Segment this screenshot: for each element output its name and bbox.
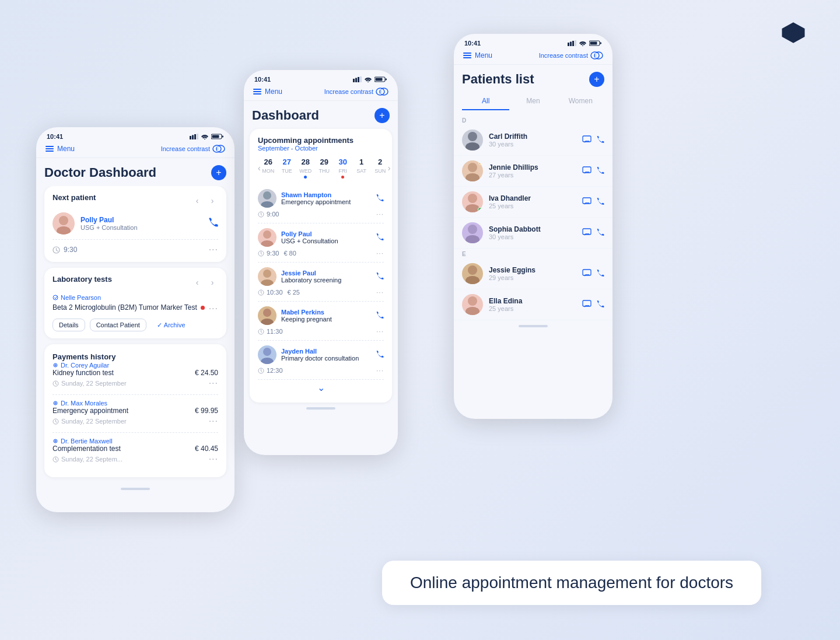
svg-rect-0 xyxy=(190,136,191,139)
svg-rect-23 xyxy=(376,78,383,81)
cal-day-3[interactable]: 29 THU xyxy=(317,158,332,179)
payment-link-2[interactable]: Dr. Bertie Maxwell xyxy=(52,438,218,445)
appt-avatar-0 xyxy=(258,189,276,208)
cal-day-1[interactable]: 27 TUE xyxy=(279,158,295,179)
phone-icon-ella[interactable] xyxy=(596,300,604,310)
add-btn-left[interactable]: + xyxy=(211,165,226,180)
archive-button[interactable]: ✓ Archive xyxy=(151,319,191,331)
cal-next[interactable]: › xyxy=(388,163,391,173)
svg-point-52 xyxy=(468,132,477,141)
patient-actions-sophia xyxy=(582,228,604,238)
appt-phone-1[interactable] xyxy=(376,233,384,243)
upcoming-title: Upcomming appointments xyxy=(258,136,384,145)
cal-day-0[interactable]: 26 MON xyxy=(261,158,276,179)
phone-icon-iva[interactable] xyxy=(596,197,604,207)
appt-more-2[interactable]: ··· xyxy=(376,288,384,296)
dot-red-indicator xyxy=(201,306,205,310)
chat-icon-jessie-e[interactable] xyxy=(582,269,592,279)
chat-icon-carl[interactable] xyxy=(582,135,592,145)
pay-more-2[interactable]: ··· xyxy=(209,454,218,464)
add-btn-right[interactable]: + xyxy=(589,72,604,87)
phone-icon-next[interactable] xyxy=(208,217,218,230)
appt-phone-0[interactable] xyxy=(376,194,384,204)
patient-info-ella: Ella Edina 25 years xyxy=(489,297,576,312)
patient-actions-iva xyxy=(582,197,604,207)
cal-day-4[interactable]: 30 FRI xyxy=(335,158,351,179)
appt-phone-3[interactable] xyxy=(376,311,384,321)
phone-icon-carl[interactable] xyxy=(596,135,604,145)
appt-more-4[interactable]: ··· xyxy=(376,366,384,375)
chat-icon-sophia[interactable] xyxy=(582,228,592,238)
appt-more-1[interactable]: ··· xyxy=(376,249,384,257)
section-letter-e: E xyxy=(454,249,612,258)
next-arrow[interactable]: › xyxy=(206,195,218,207)
cal-day-5[interactable]: 1 SAT xyxy=(354,158,369,179)
prev-arrow[interactable]: ‹ xyxy=(191,195,203,207)
title-row-left: Doctor Dashboard + xyxy=(36,158,235,186)
nav-menu-right[interactable]: Menu xyxy=(463,51,492,60)
patient-actions-carl xyxy=(582,135,604,145)
appointment-4: Jayden Hall Primary doctor consultation … xyxy=(258,341,384,380)
appt-more-0[interactable]: ··· xyxy=(376,210,384,218)
svg-rect-43 xyxy=(570,42,572,47)
appt-header-1: Polly Paul USG + Consultation xyxy=(258,228,384,247)
tab-women[interactable]: Women xyxy=(557,93,604,110)
next-patient-more[interactable]: ··· xyxy=(209,244,218,255)
time-left: 10:41 xyxy=(47,133,63,140)
lab-prev-arrow[interactable]: ‹ xyxy=(191,277,203,288)
lab-doctor-link[interactable]: Nelle Pearson xyxy=(52,294,218,301)
appt-time-1: 9:30 xyxy=(258,250,279,257)
tab-men[interactable]: Men xyxy=(509,93,556,110)
phone-icon-jennie-d[interactable] xyxy=(596,166,604,176)
svg-point-31 xyxy=(261,240,274,247)
scroll-down-indicator[interactable]: ⌄ xyxy=(258,380,384,396)
appt-header-0: Shawn Hampton Emergency appointment xyxy=(258,189,384,208)
add-btn-mid[interactable]: + xyxy=(374,108,390,123)
svg-point-10 xyxy=(59,216,68,225)
appt-footer-4: 12:30 ··· xyxy=(258,366,384,375)
details-button[interactable]: Details xyxy=(52,319,85,331)
svg-point-39 xyxy=(263,348,271,356)
cal-day-2[interactable]: 28 WED xyxy=(298,158,313,179)
patient-type-left: USG + Consultation xyxy=(80,224,138,231)
svg-point-67 xyxy=(468,296,477,306)
nav-menu-left[interactable]: Menu xyxy=(46,145,75,153)
patient-avatar-ella xyxy=(462,294,483,315)
time-row-left: 9:30 ··· xyxy=(52,244,218,255)
appt-info-0: Shawn Hampton Emergency appointment xyxy=(281,191,351,205)
tagline-text: Online appointment management for doctor… xyxy=(410,573,733,592)
pay-more-0[interactable]: ··· xyxy=(209,378,218,389)
patient-item-ella: Ella Edina 25 years xyxy=(454,289,612,320)
chat-icon-ella[interactable] xyxy=(582,300,592,310)
nav-contrast-right[interactable]: Increase contrast xyxy=(539,51,603,60)
app-logo xyxy=(782,22,805,50)
lab-more[interactable]: ··· xyxy=(209,303,218,314)
patient-info: Polly Paul USG + Consultation xyxy=(80,216,138,231)
svg-point-36 xyxy=(263,309,271,317)
payment-link-1[interactable]: Dr. Max Morales xyxy=(52,400,218,407)
patient-item-iva: Iva Dhandler 25 years xyxy=(454,187,612,218)
phone-icon-jessie-e[interactable] xyxy=(596,269,604,279)
nav-menu-mid[interactable]: Menu xyxy=(253,88,282,96)
svg-point-27 xyxy=(263,191,271,200)
appt-more-3[interactable]: ··· xyxy=(376,327,384,335)
patient-avatar-carl xyxy=(462,130,483,151)
contact-patient-button[interactable]: Contact Patient xyxy=(90,319,146,331)
cal-day-6[interactable]: 2 SUN xyxy=(373,158,388,179)
nav-contrast-left[interactable]: Increase contrast xyxy=(161,145,225,153)
svg-point-65 xyxy=(466,276,480,284)
nav-contrast-mid[interactable]: Increase contrast xyxy=(324,88,388,96)
scroll-mid xyxy=(244,403,398,412)
payment-link-0[interactable]: Dr. Corey Aguilar xyxy=(52,362,218,369)
appt-phone-2[interactable] xyxy=(376,272,384,282)
appt-phone-4[interactable] xyxy=(376,350,384,360)
phone-icon-sophia[interactable] xyxy=(596,228,604,238)
next-patient-title: Next patient xyxy=(52,193,96,202)
pay-more-1[interactable]: ··· xyxy=(209,416,218,426)
chat-icon-iva[interactable] xyxy=(582,197,592,207)
chat-icon-jennie-d[interactable] xyxy=(582,166,592,176)
payment-item-1: Dr. Max Morales Emergency appointment € … xyxy=(52,400,218,426)
tab-all[interactable]: All xyxy=(462,93,509,110)
lab-next-arrow[interactable]: › xyxy=(206,277,218,288)
nav-bar-mid: Menu Increase contrast xyxy=(244,85,398,101)
